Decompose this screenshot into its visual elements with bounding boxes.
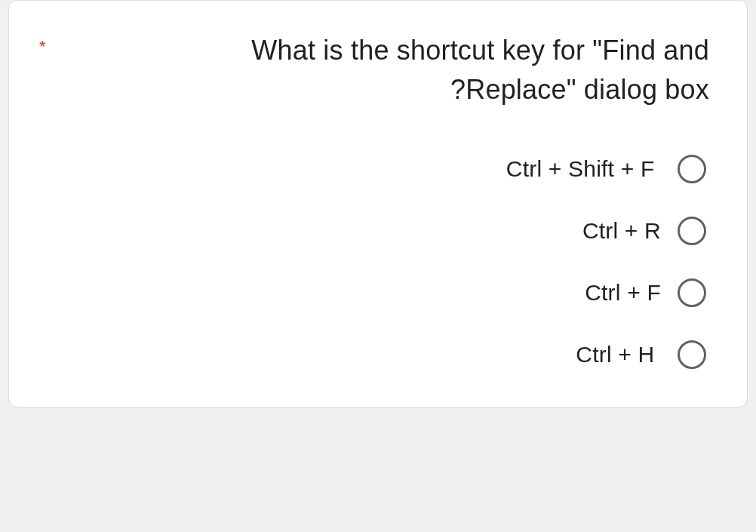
- question-line-2: ?Replace" dialog box: [450, 74, 709, 105]
- option-label: Ctrl + R: [582, 218, 661, 244]
- option-label: ‫ Ctrl + Shift + F: [506, 156, 661, 182]
- option-label: ‫ Ctrl + H: [576, 342, 661, 367]
- radio-icon: [678, 340, 706, 369]
- option-ctrl-r[interactable]: Ctrl + R: [582, 217, 706, 245]
- option-label: Ctrl + F: [585, 280, 661, 306]
- radio-icon: [678, 155, 706, 183]
- options-list: ‫ Ctrl + Shift + F Ctrl + R Ctrl + F ‫ C…: [39, 155, 709, 369]
- option-ctrl-h[interactable]: ‫ Ctrl + H: [576, 340, 706, 369]
- required-asterisk: *: [39, 37, 48, 57]
- option-ctrl-f[interactable]: Ctrl + F: [585, 278, 706, 307]
- option-ctrl-shift-f[interactable]: ‫ Ctrl + Shift + F: [506, 155, 706, 183]
- question-text: What is the shortcut key for "Find and ?…: [94, 31, 709, 109]
- question-line-1: What is the shortcut key for "Find and: [251, 35, 709, 66]
- radio-icon: [678, 217, 706, 245]
- question-card: * What is the shortcut key for "Find and…: [8, 0, 748, 407]
- radio-icon: [678, 278, 706, 307]
- question-row: * What is the shortcut key for "Find and…: [39, 31, 709, 109]
